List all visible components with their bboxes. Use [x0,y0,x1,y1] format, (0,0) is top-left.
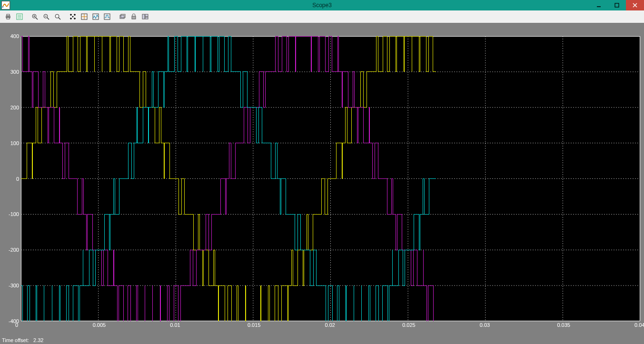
time-offset-value: 2.32 [33,337,43,343]
y-tick-label: -100 [9,211,19,217]
y-tick-label: 200 [10,105,19,110]
svg-line-18 [47,18,49,20]
svg-rect-31 [142,14,145,19]
y-tick-label: 100 [10,140,19,146]
x-tick-label: 0 [15,322,18,328]
lock-icon[interactable] [129,11,139,22]
x-tick-label: 0.035 [557,322,570,328]
svg-rect-3 [615,3,619,7]
params-icon[interactable] [14,11,25,22]
close-button[interactable] [626,0,644,10]
x-tick-label: 0.02 [325,322,335,328]
zoom-out-icon[interactable] [41,11,51,22]
plot-axes[interactable] [21,36,640,321]
svg-point-22 [72,16,74,18]
svg-rect-7 [7,14,10,16]
svg-rect-33 [145,17,148,19]
svg-point-1 [2,7,4,8]
x-tick-label: 0.01 [170,322,180,328]
x-tick-label: 0.015 [248,322,261,328]
scope-plot: -400-300-200-100010020030040000.0050.010… [0,23,644,336]
x-tick-label: 0.03 [480,322,490,328]
autoscale-icon[interactable] [68,11,78,22]
x-tick-label: 0.04 [634,322,644,328]
minimize-button[interactable] [590,0,608,10]
x-tick-label: 0.005 [93,322,106,328]
svg-rect-28 [120,15,124,19]
toolbar [0,10,644,23]
title-bar: Scope3 [0,0,644,10]
print-icon[interactable] [3,11,13,22]
triggers-icon[interactable] [102,11,112,22]
app-icon [1,0,10,10]
maximize-button[interactable] [608,0,626,10]
svg-line-14 [36,18,38,20]
svg-line-21 [59,18,60,20]
time-offset-label: Time offset: [2,337,29,343]
svg-point-20 [55,14,59,18]
status-bar: Time offset: 2.32 [0,336,644,344]
window-title: Scope3 [312,2,332,9]
svg-rect-8 [7,18,10,19]
zoom-xy-icon[interactable] [52,11,63,22]
y-tick-label: 300 [10,69,19,75]
y-tick-label: 400 [10,33,19,39]
y-tick-label: -300 [9,283,19,288]
svg-rect-32 [145,14,148,17]
data-cursor-icon[interactable] [79,11,89,22]
svg-rect-30 [132,16,136,19]
svg-rect-27 [104,14,110,20]
signals-icon[interactable] [90,11,101,22]
x-tick-label: 0.025 [402,322,416,328]
y-tick-label: -200 [9,247,19,253]
dock-icon[interactable] [140,11,150,22]
y-tick-label: 0 [16,176,19,182]
zoom-in-icon[interactable] [30,11,40,22]
float-icon[interactable] [117,11,128,22]
